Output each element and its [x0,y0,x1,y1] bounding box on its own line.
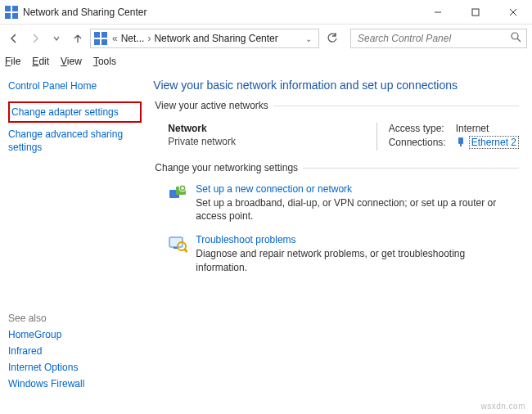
recent-locations-dropdown[interactable] [47,29,65,47]
setup-connection-icon [168,183,187,203]
svg-line-24 [184,249,187,252]
content: View your basic network information and … [150,70,532,414]
sidebar-control-panel-home[interactable]: Control Panel Home [8,80,142,92]
task-troubleshoot-desc: Diagnose and repair network problems, or… [196,247,519,273]
close-button[interactable] [494,0,532,25]
access-type-value: Internet [456,123,489,134]
svg-rect-9 [101,32,107,38]
svg-rect-5 [472,9,479,16]
troubleshoot-icon [168,234,187,254]
ethernet-icon [456,137,466,149]
menu-edit[interactable]: Edit [32,56,49,67]
up-button[interactable] [69,29,87,47]
connection-link[interactable]: Ethernet 2 [469,136,519,149]
task-setup-connection-title[interactable]: Set up a new connection or network [196,183,519,195]
menu-file[interactable]: File [5,56,20,67]
task-troubleshoot: Troubleshoot problems Diagnose and repai… [153,231,519,281]
app-icon [5,6,18,19]
breadcrumb-dropdown-icon[interactable]: ⌄ [302,34,315,43]
menubar: File Edit View Tools [0,52,532,70]
svg-rect-1 [12,6,18,11]
sidebar: Control Panel Home Change adapter settin… [0,70,150,414]
svg-rect-10 [94,39,100,45]
menu-tools[interactable]: Tools [93,56,116,67]
network-name: Network [168,123,364,134]
refresh-button[interactable] [322,29,342,48]
toolbar: « Net... › Network and Sharing Center ⌄ [0,25,532,52]
watermark: wsxdn.com [480,402,525,411]
svg-rect-2 [5,13,11,19]
access-type-label: Access type: [389,123,456,134]
minimize-button[interactable] [419,0,457,25]
maximize-button[interactable] [457,0,494,25]
change-settings-legend: Change your networking settings [153,162,303,173]
see-also-windows-firewall[interactable]: Windows Firewall [8,378,142,389]
see-also-infrared[interactable]: Infrared [8,345,142,357]
breadcrumb-level2[interactable]: Network and Sharing Center [154,33,277,44]
search-input[interactable] [356,32,511,45]
breadcrumb-chevron-icon: › [146,33,152,44]
svg-rect-11 [101,39,107,45]
svg-rect-15 [460,144,462,146]
window-title: Network and Sharing Center [23,7,147,18]
sidebar-change-advanced-sharing[interactable]: Change advanced sharing settings [8,128,142,154]
forward-button[interactable] [26,29,44,47]
see-also-homegroup[interactable]: HomeGroup [8,329,142,340]
breadcrumb-level1[interactable]: Net... [121,33,145,44]
svg-rect-14 [458,137,463,144]
task-setup-connection: Set up a new connection or network Set u… [153,180,519,231]
sidebar-change-adapter-settings[interactable]: Change adapter settings [8,101,142,123]
search-box[interactable] [350,29,527,48]
active-network-row: Network Private network Access type: Int… [153,118,519,154]
body: Control Panel Home Change adapter settin… [0,70,532,414]
see-also-heading: See also [8,313,142,324]
page-heading: View your basic network information and … [153,79,519,92]
svg-rect-8 [94,32,100,38]
see-also-section: See also HomeGroup Infrared Internet Opt… [8,313,142,404]
see-also-internet-options[interactable]: Internet Options [8,362,142,373]
active-networks-group: View your active networks Network Privat… [153,100,519,154]
svg-point-12 [512,33,518,39]
menu-view[interactable]: View [61,56,82,67]
active-networks-legend: View your active networks [153,100,273,111]
back-button[interactable] [5,29,23,47]
network-type: Private network [168,136,364,147]
divider [376,123,377,151]
search-icon[interactable] [511,32,521,45]
svg-line-13 [517,38,521,42]
task-setup-connection-desc: Set up a broadband, dial-up, or VPN conn… [196,196,519,223]
titlebar: Network and Sharing Center [0,0,532,25]
breadcrumb-separator-icon: « [110,33,119,44]
svg-rect-0 [5,6,11,11]
change-settings-group: Change your networking settings Set up a… [153,162,519,282]
svg-rect-3 [12,13,18,19]
breadcrumb[interactable]: « Net... › Network and Sharing Center ⌄ [90,29,319,48]
connections-label: Connections: [389,137,456,148]
task-troubleshoot-title[interactable]: Troubleshoot problems [196,234,519,245]
breadcrumb-icon [94,32,107,45]
